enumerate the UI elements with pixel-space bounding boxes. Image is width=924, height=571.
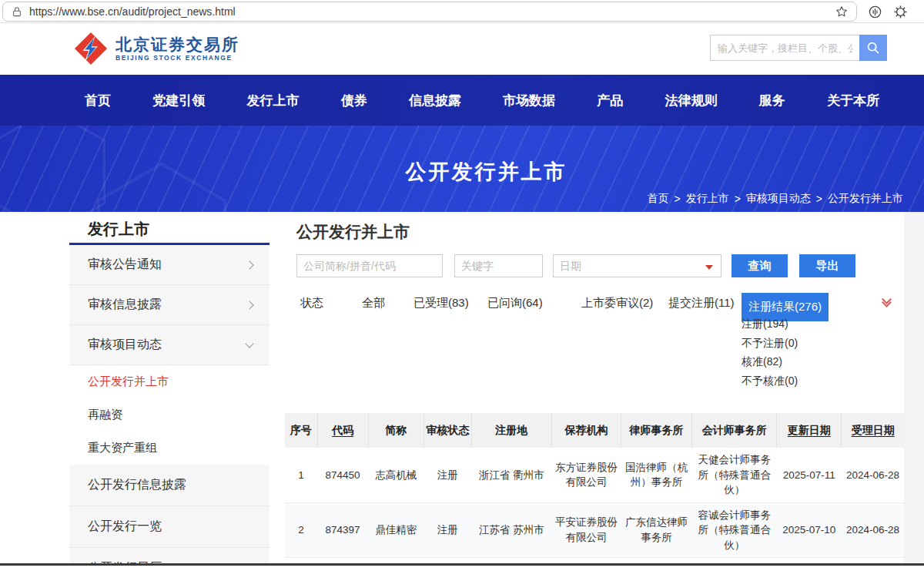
chevron-right-icon — [245, 301, 253, 309]
export-button[interactable]: 导出 — [799, 254, 855, 277]
company-search-input[interactable] — [296, 254, 443, 277]
col-header-accept-date[interactable]: 受理日期 — [842, 413, 904, 448]
cell-code-link[interactable]: 874450 — [317, 448, 368, 502]
keyword-search-input[interactable] — [454, 254, 543, 277]
bse-logo-mark-icon — [73, 31, 109, 66]
nav-item-home[interactable]: 首页 — [85, 92, 111, 109]
sub-status-not-approved[interactable]: 不予核准(0) — [742, 371, 798, 391]
nav-item-party[interactable]: 党建引领 — [152, 92, 205, 109]
col-header-no: 序号 — [285, 413, 317, 448]
url-text[interactable]: https://www.bse.cn/audit/project_news.ht… — [29, 5, 835, 18]
expand-double-chevron-icon[interactable] — [883, 296, 890, 306]
window-bottom-strip — [0, 566, 924, 571]
sidebar-subitem-label: 公开发行并上市 — [88, 375, 169, 389]
dropdown-triangle-icon — [705, 265, 713, 270]
search-icon — [865, 40, 881, 55]
cell-accept-date: 2024-06-28 — [842, 448, 904, 502]
browser-settings-icon[interactable] — [892, 3, 909, 20]
col-header-law-firm: 律师事务所 — [621, 413, 692, 448]
cell-status: 注册 — [424, 448, 471, 502]
nav-item-market-data[interactable]: 市场数据 — [503, 92, 555, 109]
cell-accounting-firm[interactable]: 容诚会计师事务所（特殊普通合伙） — [692, 502, 777, 558]
cell-accept-date: 2024-06-28 — [842, 502, 904, 558]
url-bar[interactable]: https://www.bse.cn/audit/project_news.ht… — [2, 2, 857, 22]
nav-item-listing[interactable]: 发行上市 — [246, 92, 299, 109]
cell-update-date: 2025-07-10 — [777, 502, 842, 558]
breadcrumb-separator: > — [674, 193, 680, 205]
status-option-accepted[interactable]: 已受理(83) — [413, 291, 469, 314]
cell-sponsor[interactable]: 平安证券股份有限公司 — [551, 502, 621, 558]
banner-title: 公开发行并上市 — [69, 158, 903, 186]
sidebar-item-label: 审核公告通知 — [88, 257, 162, 273]
breadcrumb-home[interactable]: 首页 — [647, 192, 668, 206]
table-header-row: 序号 代码 简称 审核状态 注册地 保荐机构 律师事务所 会计师事务所 更新日期… — [285, 413, 904, 448]
col-header-accounting-firm: 会计师事务所 — [692, 413, 777, 448]
page-banner: 公开发行并上市 首页 > 发行上市 > 审核项目动态 > 公开发行并上市 — [0, 126, 924, 212]
cell-law-firm[interactable]: 广东信达律师事务所 — [621, 502, 692, 558]
sidebar-item-label: 公开发行信息披露 — [88, 477, 186, 493]
browser-essentials-icon[interactable] — [866, 3, 883, 20]
sub-status-not-registered[interactable]: 不予注册(0) — [742, 334, 798, 353]
sub-status-registered[interactable]: 注册(194) — [742, 314, 798, 334]
sidebar-item-label: 审核信息披露 — [88, 297, 162, 313]
sidebar: 发行上市 审核公告通知 审核信息披露 审核项目动态 公开发行并上市 再融资 重大… — [69, 214, 270, 571]
col-header-status: 审核状态 — [424, 413, 471, 448]
col-header-code[interactable]: 代码 — [317, 413, 368, 448]
col-header-name: 简称 — [368, 413, 424, 448]
logo-subtitle: BEIJING STOCK EXCHANGE — [116, 54, 239, 62]
cell-name-link[interactable]: 志高机械 — [368, 448, 424, 502]
sidebar-item-audit-project-news[interactable]: 审核项目动态 — [69, 325, 270, 365]
cell-name-link[interactable]: 鼎佳精密 — [368, 502, 424, 558]
bse-logo[interactable]: 北京证券交易所 BEIJING STOCK EXCHANGE — [73, 31, 239, 66]
nav-item-services[interactable]: 服务 — [759, 92, 785, 109]
page-right-gutter — [904, 212, 924, 571]
breadcrumb-audit-news[interactable]: 审核项目动态 — [746, 192, 811, 206]
cell-sponsor[interactable]: 东方证券股份有限公司 — [551, 448, 621, 502]
bookmark-star-icon[interactable] — [835, 5, 849, 18]
cell-no: 1 — [285, 448, 317, 502]
sub-status-list: 注册(194) 不予注册(0) 核准(82) 不予核准(0) — [742, 314, 798, 390]
breadcrumb-listing[interactable]: 发行上市 — [686, 192, 729, 206]
sidebar-item-label: 公开发行一览 — [88, 519, 162, 535]
cell-region: 江苏省 苏州市 — [471, 502, 551, 558]
chevron-right-icon — [245, 260, 253, 269]
date-select[interactable]: 日期 — [553, 254, 721, 277]
nav-item-bonds[interactable]: 债券 — [341, 92, 367, 109]
nav-item-products[interactable]: 产品 — [597, 92, 623, 109]
sidebar-item-offering-overview[interactable]: 公开发行一览 — [69, 506, 270, 548]
site-search-button[interactable] — [859, 35, 887, 61]
window-bottom-edge — [0, 563, 924, 566]
status-option-committee-review[interactable]: 上市委审议(2) — [581, 291, 653, 314]
sidebar-subitem-label: 重大资产重组 — [88, 441, 157, 455]
sidebar-subitem-public-offering[interactable]: 公开发行并上市 — [69, 365, 270, 398]
page-title: 公开发行并上市 — [296, 221, 410, 243]
col-header-update-date[interactable]: 更新日期 — [777, 413, 842, 448]
cell-code-link[interactable]: 874397 — [317, 502, 368, 558]
cell-accounting-firm[interactable]: 天健会计师事务所（特殊普通合伙） — [692, 448, 777, 502]
sidebar-subitem-refinancing[interactable]: 再融资 — [69, 398, 270, 432]
cell-no: 2 — [285, 502, 317, 558]
sidebar-subitem-major-restructuring[interactable]: 重大资产重组 — [69, 432, 270, 465]
breadcrumb-current: 公开发行并上市 — [828, 192, 903, 206]
sidebar-item-offering-disclosure[interactable]: 公开发行信息披露 — [69, 465, 270, 506]
status-option-all[interactable]: 全部 — [362, 291, 385, 314]
logo-title: 北京证券交易所 — [116, 35, 239, 53]
nav-item-about[interactable]: 关于本所 — [827, 92, 879, 109]
sub-status-approved[interactable]: 核准(82) — [742, 352, 798, 371]
sidebar-item-audit-disclosure[interactable]: 审核信息披露 — [69, 285, 270, 325]
status-option-submitted[interactable]: 提交注册(11) — [668, 291, 735, 314]
query-button[interactable]: 查询 — [732, 254, 788, 277]
date-select-value: 日期 — [560, 260, 581, 272]
site-search-input[interactable] — [710, 35, 859, 61]
sidebar-item-audit-notices[interactable]: 审核公告通知 — [69, 245, 270, 285]
breadcrumb-separator: > — [735, 193, 741, 205]
cell-law-firm[interactable]: 国浩律师（杭州）事务所 — [621, 448, 692, 502]
nav-item-rules[interactable]: 法律规则 — [665, 92, 718, 109]
nav-item-disclosure[interactable]: 信息披露 — [409, 92, 461, 109]
browser-bar: https://www.bse.cn/audit/project_news.ht… — [0, 0, 924, 23]
main-nav: 首页 党建引领 发行上市 债券 信息披露 市场数据 产品 法律规则 服务 关于本… — [0, 75, 924, 126]
site-header: 北京证券交易所 BEIJING STOCK EXCHANGE — [0, 23, 924, 75]
sidebar-subitem-label: 再融资 — [88, 408, 122, 422]
status-option-inquired[interactable]: 已问询(64) — [487, 291, 543, 314]
status-label: 状态 — [300, 291, 323, 314]
